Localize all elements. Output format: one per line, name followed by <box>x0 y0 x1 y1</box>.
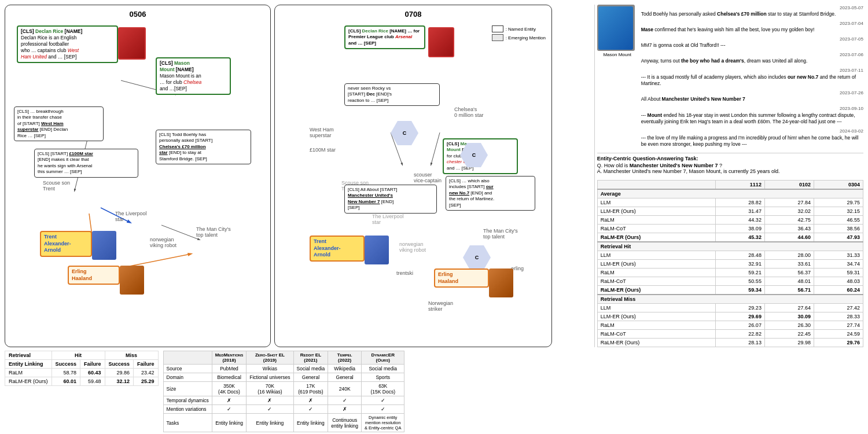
node-norwegian-striker: Norwegianstriker <box>428 300 453 312</box>
row-domain: Domain Biomedical Fictional universes Ge… <box>163 373 404 382</box>
node-declan-right: [CLS] Declan Rice [NAME] … for Premier L… <box>344 25 425 49</box>
row-ralmcot-avg: RaLM-CoT 38.0936.4338.56 <box>597 225 863 233</box>
timeline-entry-2: 2023-07-04 Mase confirmed that he's leav… <box>641 20 863 34</box>
text-1: Todd Boehly has personally asked Chelsea… <box>641 11 863 18</box>
diagram-left-title: 0506 <box>10 10 266 19</box>
date-5: 2023-07-11 <box>840 67 863 73</box>
qa-question: Q. How old is Manchester United's New Nu… <box>597 163 863 168</box>
bottom-row: Retrieval Hit Miss Entity Linking Succes… <box>5 351 863 432</box>
timeline-image-section: Mason Mount <box>597 5 638 150</box>
date-1: 2023-05-07 <box>840 5 863 11</box>
node-erling-right: ErlingHaaland <box>434 269 489 288</box>
row-llm-miss: LLM 29.2327.6427.42 <box>597 304 863 312</box>
node-mason-left: [CLS] MasonMount [NAME] Mason Mount is a… <box>156 57 231 95</box>
timeline-entries: 2023-05-07 Todd Boehly has personally as… <box>641 5 863 150</box>
col-medmentions: MedMentions(2018) <box>212 351 246 365</box>
node-norwegian-left: norwegianviking robot <box>150 237 176 248</box>
comparison-table: MedMentions(2018) Zero-Shot EL(2019) Red… <box>163 351 405 432</box>
col-reddit: Reddit EL(2021) <box>293 351 328 365</box>
node-scouser-vc: scouservice-captain <box>414 172 442 183</box>
col-miss: Miss <box>105 351 158 360</box>
node-taa-right: TrentAlexander-Arnold <box>310 236 365 262</box>
timeline-entry-1: 2023-05-07 Todd Boehly has personally as… <box>641 5 863 18</box>
col-header-empty <box>597 181 715 190</box>
node-taa-left: TrentAlexander-Arnold <box>40 231 92 257</box>
date-6: 2023-07-26 <box>840 90 863 96</box>
row-llmer-hit: LLM-ER (Ours) 32.9133.6134.74 <box>597 260 863 269</box>
diagram-left: 0506 <box>5 5 271 347</box>
node-chelseas-right: Chelsea's0 million star <box>454 106 484 118</box>
timeline-entry-6: 2023-07-26 All About Manchester United's… <box>641 90 863 103</box>
node-mancity-left: The Man City'stop talent <box>196 226 254 238</box>
row-ralmer-small: RaLM-ER (Ours) 60.01 59.48 32.12 25.29 <box>5 377 159 386</box>
row-llm-hit: LLM 28.4828.0031.33 <box>597 251 863 260</box>
node-declan-left: [CLS] Declan Rice [NAME] Declan Rice is … <box>17 25 118 63</box>
top-row: 0506 <box>5 5 863 347</box>
text-2: Mase confirmed that he's leaving wish hi… <box>641 27 863 34</box>
row-ralm-miss: RaLM 26.0726.3027.74 <box>597 321 863 330</box>
row-mention: Mention variations ✓ ✓ ✓ ✗ ✓ <box>163 405 404 414</box>
row-tasks: Tasks Entity linking Entity linking Enti… <box>163 414 404 432</box>
section-average: Average <box>597 189 863 198</box>
node-todd-left: [CLS] Todd Boehly has personally asked [… <box>156 130 251 164</box>
node-trentski: trentski <box>396 270 413 276</box>
text-6: All About Manchester United's New Number… <box>641 96 863 103</box>
text-8: --- the love of my life making a progres… <box>641 135 863 149</box>
row-llmer-avg: LLM-ER (Ours) 31.4732.0232.15 <box>597 207 863 216</box>
col-header-0304: 0304 <box>814 181 863 190</box>
mason-mount-label: Mason Mount <box>597 52 638 57</box>
col-entity-linking: Retrieval <box>5 351 52 360</box>
timeline-entry-8: 2024-03-02 --- the love of my life makin… <box>641 128 863 148</box>
node-scouse-left: Scouse sonTrent <box>43 180 70 192</box>
date-8: 2024-03-02 <box>840 128 863 134</box>
col-zeroshot: Zero-Shot EL(2019) <box>247 351 293 365</box>
mason-mount-image <box>597 5 635 51</box>
row-ralm-avg: RaLM 44.3242.7546.55 <box>597 216 863 225</box>
row-temporal: Temporal dynamics ✗ ✗ ✗ ✓ ✓ <box>163 396 404 405</box>
row-source: Source PubMed Wikias Social media Wikipe… <box>163 365 404 373</box>
col-tempel: Tempel(2022) <box>328 351 362 365</box>
hex-c-1: C <box>391 121 418 145</box>
hex-c-3: C <box>463 245 491 270</box>
row-llm-avg: LLM 28.8227.8429.75 <box>597 198 863 207</box>
node-whichalso-right: [CLS] … which also includes [START] ourn… <box>446 176 535 211</box>
node-100m-right: £100M star <box>310 147 336 153</box>
row-size: Size 350K(4K Docs) 70K(16 Wikias) 17K(61… <box>163 382 404 396</box>
diagram-right-title: 0708 <box>279 10 547 19</box>
node-rocky-right: never seen Rocky vs [START] Dec [END]'s … <box>344 83 440 106</box>
date-2: 2023-07-04 <box>840 20 863 27</box>
timeline-section: Mason Mount 2023-05-07 Todd Boehly has p… <box>597 5 863 150</box>
node-westham-right: West Hamsuperstar <box>310 127 334 138</box>
node-breakthrough: [CLS] … breakthrough in their transfer c… <box>14 106 104 141</box>
row-ralm-small: RaLM 58.78 60.43 29.86 23.42 <box>5 369 159 377</box>
text-4: Anyway, turns out the boy who had a drea… <box>641 58 863 65</box>
qa-section: Entity-Centric Question-Answering Task: … <box>597 153 863 174</box>
row-llmer-miss: LLM-ER (Ours) 29.6930.0928.33 <box>597 312 863 321</box>
col-miss-success: Success <box>105 360 134 369</box>
svg-line-11 <box>431 133 440 164</box>
timeline-entry-4: 2023-07-06 Anyway, turns out the boy who… <box>641 52 863 65</box>
node-allabout-right: [CLS] All About [START] Manchester Unite… <box>344 185 437 214</box>
node-liverpool-right: The Liverpoolstar <box>372 214 404 225</box>
node-erling-left: ErlingHaaland <box>68 266 120 285</box>
right-data-table: 1112 0102 0304 Average LLM 28.8227.8429.… <box>597 180 863 347</box>
legend: : Named Entity : Emerging Mention <box>492 25 546 41</box>
diagram-section: 0506 <box>5 5 591 347</box>
node-liverpool-left: The Liverpoolstar <box>115 211 147 222</box>
date-3: 2023-07-05 <box>840 36 863 42</box>
row-ralmcot-hit: RaLM-CoT 50.5548.0148.03 <box>597 277 863 286</box>
col-hit-success: Success <box>52 360 80 369</box>
qa-title: Entity-Centric Question-Answering Task: <box>597 156 863 161</box>
date-4: 2023-07-06 <box>840 52 863 58</box>
qa-answer: A. Manchester United's new Number 7, Mas… <box>597 168 863 174</box>
section-retrieval-miss: Retrieval Miss <box>597 295 863 304</box>
node-mancity-right: The Man City'stop talent <box>483 228 541 240</box>
main-content: 0506 <box>0 0 868 434</box>
col-hit: Hit <box>52 351 105 360</box>
timeline-entry-7: 2023-09-10 --- Mount ended his 18-year s… <box>641 105 863 126</box>
col-header-0102: 0102 <box>764 181 814 190</box>
right-data-table-container: 1112 0102 0304 Average LLM 28.8227.8429.… <box>597 180 863 347</box>
retrieval-table: Retrieval Hit Miss Entity Linking Succes… <box>5 351 159 386</box>
text-3: MM7 is gonna cook at Old Trafford!! --- <box>641 42 863 49</box>
col-miss-failure: Failure <box>134 360 159 369</box>
